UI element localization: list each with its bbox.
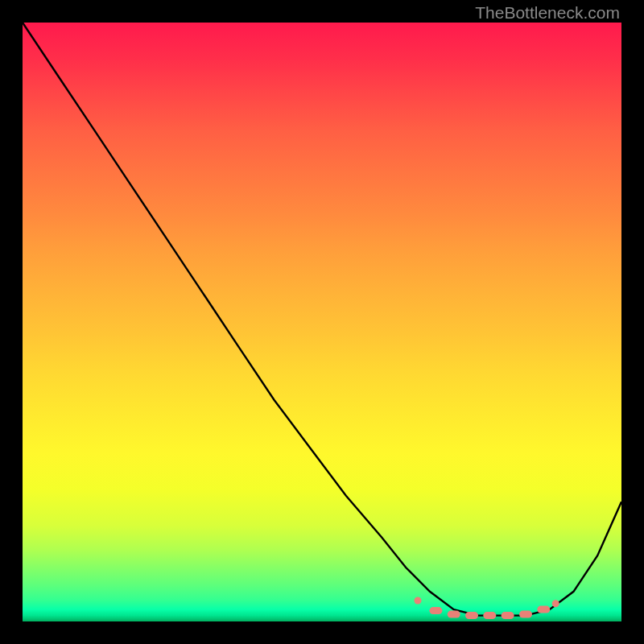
marker bbox=[429, 607, 442, 614]
watermark-text: TheBottleneck.com bbox=[475, 3, 620, 23]
marker bbox=[519, 611, 532, 618]
marker bbox=[552, 600, 559, 607]
chart-container: TheBottleneck.com bbox=[0, 0, 644, 644]
marker bbox=[483, 612, 496, 619]
marker bbox=[415, 597, 422, 605]
bottleneck-curve bbox=[23, 23, 621, 616]
marker bbox=[448, 611, 460, 618]
highlighted-range-markers bbox=[415, 597, 559, 620]
marker bbox=[502, 612, 514, 619]
curve-layer bbox=[23, 23, 621, 621]
curve-path bbox=[23, 23, 621, 616]
marker bbox=[537, 606, 550, 613]
marker bbox=[465, 612, 478, 619]
